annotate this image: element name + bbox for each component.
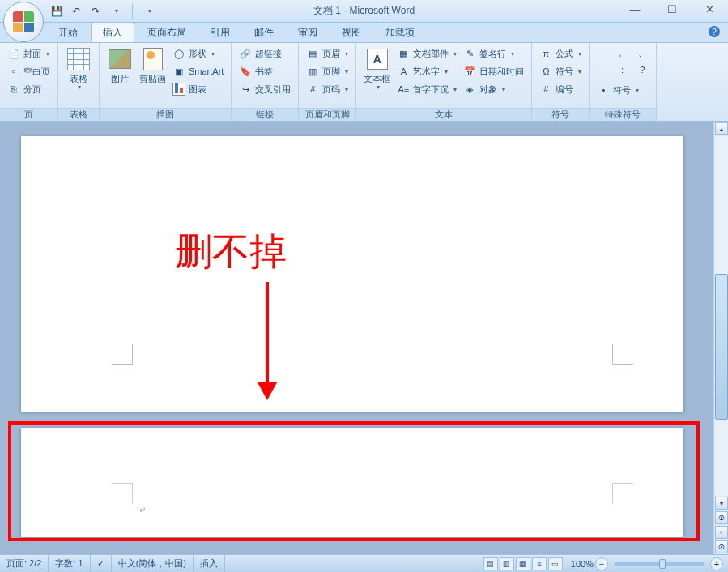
tab-home[interactable]: 开始 bbox=[47, 23, 89, 42]
ribbon-button[interactable]: 📄封面▾ bbox=[4, 45, 53, 62]
symbol-button[interactable]: : bbox=[614, 62, 630, 77]
tab-addins[interactable]: 加载项 bbox=[374, 23, 426, 42]
group-label: 符号 bbox=[532, 108, 589, 121]
ribbon-button[interactable]: ▤页眉▾ bbox=[303, 45, 351, 62]
dropdown-icon: ▾ bbox=[511, 50, 514, 58]
page-1[interactable] bbox=[21, 136, 683, 412]
ribbon-button[interactable]: 图片 bbox=[104, 45, 136, 105]
view-draft-button[interactable]: ▭ bbox=[548, 557, 563, 570]
ribbon-button-label: 分页 bbox=[23, 83, 41, 96]
office-button[interactable] bbox=[3, 2, 44, 42]
tab-insert[interactable]: 插入 bbox=[91, 23, 134, 42]
status-mode[interactable]: 插入 bbox=[194, 555, 225, 572]
qat-more-icon[interactable]: ▾ bbox=[143, 5, 156, 18]
ribbon-button-label: 符号 bbox=[556, 66, 573, 78]
help-icon[interactable]: ? bbox=[709, 26, 720, 37]
页眉-icon: ▤ bbox=[306, 47, 319, 60]
ribbon-button[interactable]: π公式▾ bbox=[536, 45, 585, 62]
ribbon-button[interactable]: ⎘分页 bbox=[4, 81, 53, 97]
超链接-icon: 🔗 bbox=[239, 47, 252, 60]
ribbon-button[interactable]: 剪贴画 bbox=[136, 45, 169, 105]
ribbon-button[interactable]: 图表 bbox=[169, 81, 227, 97]
save-icon[interactable]: 💾 bbox=[50, 5, 63, 18]
scroll-track[interactable] bbox=[715, 136, 728, 496]
symbol-button[interactable]: ; bbox=[594, 62, 610, 77]
close-button[interactable]: ✕ bbox=[691, 0, 728, 18]
undo-icon[interactable]: ↶ bbox=[70, 5, 83, 18]
ribbon-button-label: 公式 bbox=[556, 48, 573, 60]
group-label: 插图 bbox=[100, 108, 231, 121]
view-web-button[interactable]: ▦ bbox=[516, 557, 530, 570]
zoom-level[interactable]: 100% bbox=[571, 559, 594, 569]
minimize-button[interactable]: — bbox=[616, 0, 653, 18]
ribbon-button[interactable]: A艺术字▾ bbox=[394, 63, 460, 79]
img-icon bbox=[107, 46, 133, 72]
ribbon-button[interactable]: ✎签名行▾ bbox=[460, 45, 527, 62]
ribbon-button[interactable]: ↪交叉引用 bbox=[236, 81, 294, 97]
vertical-scrollbar[interactable]: ▴ ▾ ⦿ ◦ ⦿ bbox=[713, 122, 728, 554]
ribbon-button-label: SmartArt bbox=[189, 66, 224, 76]
对象-icon: ◈ bbox=[463, 83, 476, 96]
tab-references[interactable]: 引用 bbox=[199, 23, 241, 42]
symbol-button[interactable]: 。 bbox=[614, 45, 630, 60]
zoom-in-button[interactable]: + bbox=[710, 557, 723, 570]
ribbon-button[interactable]: ◈对象▾ bbox=[460, 81, 527, 97]
ribbon-button[interactable]: ▣SmartArt bbox=[169, 63, 227, 79]
view-print-layout-button[interactable]: ▤ bbox=[483, 557, 498, 570]
ribbon-button[interactable]: A文本框▾ bbox=[360, 45, 394, 105]
scroll-down-button[interactable]: ▾ bbox=[715, 497, 728, 510]
艺术字-icon: A bbox=[397, 65, 410, 78]
ribbon-button[interactable]: ▥页脚▾ bbox=[303, 63, 351, 79]
prev-page-button[interactable]: ⦿ bbox=[715, 511, 728, 524]
ribbon-button-label: 签名行 bbox=[479, 48, 506, 60]
ribbon-button[interactable]: ▫空白页 bbox=[4, 63, 53, 79]
ribbon-button[interactable]: Ω符号▾ bbox=[536, 63, 585, 79]
ribbon-button[interactable]: ▦文档部件▾ bbox=[394, 45, 460, 62]
ribbon-button-label: 首字下沉 bbox=[413, 83, 449, 96]
ribbon-button[interactable]: 表格▾ bbox=[62, 45, 95, 105]
ribbon-button-label: 空白页 bbox=[23, 66, 50, 78]
redo-icon[interactable]: ↷ bbox=[89, 5, 102, 18]
status-language[interactable]: 中文(简体，中国) bbox=[112, 555, 194, 572]
zoom-slider-thumb[interactable] bbox=[659, 559, 666, 569]
dropdown-icon: ▾ bbox=[345, 86, 348, 93]
zoom-slider[interactable] bbox=[615, 562, 704, 566]
ribbon-button[interactable]: #页码▾ bbox=[303, 81, 351, 97]
tab-view[interactable]: 视图 bbox=[330, 23, 373, 42]
ribbon-button[interactable]: A≡首字下沉▾ bbox=[394, 81, 460, 97]
browse-object-button[interactable]: ◦ bbox=[715, 526, 728, 539]
maximize-button[interactable]: ☐ bbox=[653, 0, 691, 18]
status-spellcheck-icon[interactable]: ✓ bbox=[91, 555, 112, 572]
ribbon-button-label: 页码 bbox=[322, 83, 340, 96]
ribbon-button[interactable]: 🔖书签 bbox=[236, 63, 294, 79]
tab-review[interactable]: 审阅 bbox=[287, 23, 329, 42]
ribbon-button[interactable]: 📅日期和时间 bbox=[460, 63, 527, 79]
ribbon-button-label: 页眉 bbox=[322, 48, 340, 60]
ribbon-button-label: 超链接 bbox=[255, 48, 282, 60]
书签-icon: 🔖 bbox=[239, 65, 252, 78]
ribbon-button[interactable]: #编号 bbox=[536, 81, 585, 97]
ribbon-button[interactable]: ◯形状▾ bbox=[169, 45, 227, 62]
scroll-up-button[interactable]: ▴ bbox=[715, 122, 728, 135]
clip-icon bbox=[140, 46, 166, 72]
交叉引用-icon: ↪ bbox=[239, 83, 252, 96]
qat-dropdown-icon[interactable]: ▾ bbox=[110, 5, 123, 18]
window-title: 文档 1 - Microsoft Word bbox=[313, 4, 415, 18]
view-outline-button[interactable]: ≡ bbox=[532, 557, 547, 570]
ribbon-button[interactable]: 🔗超链接 bbox=[236, 45, 294, 62]
symbol-button[interactable]: , bbox=[594, 45, 610, 60]
view-full-screen-button[interactable]: ▥ bbox=[500, 557, 514, 570]
symbol-button[interactable]: ? bbox=[634, 62, 650, 77]
zoom-out-button[interactable]: − bbox=[595, 557, 608, 570]
tab-page-layout[interactable]: 页面布局 bbox=[136, 23, 198, 42]
tab-mailings[interactable]: 邮件 bbox=[243, 23, 285, 42]
status-words[interactable]: 字数: 1 bbox=[49, 555, 90, 572]
separator bbox=[132, 4, 133, 19]
status-page[interactable]: 页面: 2/2 bbox=[0, 555, 49, 572]
symbol-button[interactable]: 、 bbox=[634, 45, 650, 60]
title-bar: 💾 ↶ ↷ ▾ ▾ 文档 1 - Microsoft Word — ☐ ✕ bbox=[0, 0, 728, 23]
scroll-thumb[interactable] bbox=[715, 274, 728, 420]
dropdown-icon: ▾ bbox=[453, 50, 457, 58]
ribbon-button[interactable]: •符号▾ bbox=[594, 82, 652, 98]
next-page-button[interactable]: ⦿ bbox=[715, 540, 728, 553]
